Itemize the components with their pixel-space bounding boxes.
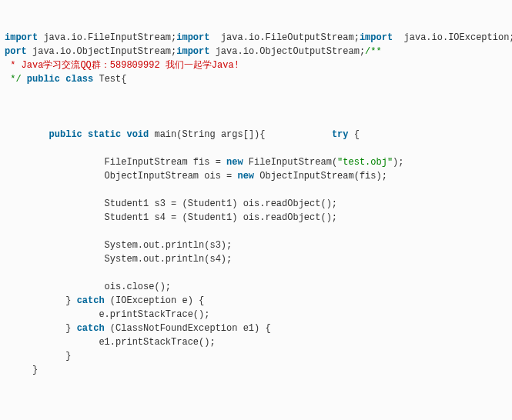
- kw-import: import: [176, 46, 209, 57]
- txt: Test{: [93, 74, 126, 85]
- code-line-3-comment: * Java学习交流QQ群：589809992 我们一起学Java!: [5, 60, 239, 71]
- code-line-15: } catch (ClassNotFoundException e1) {: [5, 323, 271, 334]
- txt: main(String args[]){: [149, 129, 332, 140]
- code-line-11: System.out.println(s4);: [5, 254, 232, 265]
- kw-new: new: [226, 157, 243, 168]
- kw-public: public: [27, 74, 60, 85]
- code-line-2: port java.io.ObjectInputStream;import ja…: [5, 46, 382, 57]
- kw-catch: catch: [77, 295, 105, 306]
- code-line-18: }: [5, 365, 38, 375]
- kw-static: static: [88, 129, 121, 140]
- txt: }: [5, 295, 77, 306]
- code-line-7: ObjectInputStream ois = new ObjectInputS…: [5, 171, 387, 182]
- kw-class: class: [65, 74, 93, 85]
- sp: [22, 74, 27, 85]
- txt: java.io.ObjectInputStream;: [27, 46, 176, 57]
- code-line-1: import java.io.FileInputStream;import ja…: [5, 32, 512, 43]
- code-line-17: }: [5, 351, 71, 362]
- code-line-6: FileInputStream fis = new FileInputStrea…: [5, 157, 404, 168]
- code-line-5: public static void main(String args[]){ …: [5, 129, 360, 140]
- string-literal: "test.obj": [337, 157, 393, 168]
- txt: {: [349, 129, 360, 140]
- txt: ObjectInputStream(fis);: [254, 171, 387, 182]
- code-line-14: e.printStackTrace();: [5, 309, 209, 320]
- txt: java.io.ObjectOutputStream;: [209, 46, 365, 57]
- code-line-9: Student1 s4 = (Student1) ois.readObject(…: [5, 212, 337, 223]
- kw-public: public: [49, 129, 82, 140]
- txt: }: [5, 323, 77, 334]
- code-line-16: e1.printStackTrace();: [5, 337, 216, 348]
- kw-port: port: [5, 46, 27, 57]
- txt: java.io.FileInputStream;: [38, 32, 176, 43]
- txt: java.io.FileOutputStream;: [209, 32, 359, 43]
- sp: [5, 129, 49, 140]
- kw-void: void: [126, 129, 149, 140]
- kw-catch: catch: [77, 323, 105, 334]
- kw-try: try: [332, 129, 349, 140]
- txt: FileInputStream fis =: [5, 157, 226, 168]
- txt: java.io.IOException;: [393, 32, 512, 43]
- txt: ObjectInputStream ois =: [5, 171, 237, 182]
- code-line-13: } catch (IOException e) {: [5, 295, 204, 306]
- kw-new: new: [237, 171, 254, 182]
- code-line-8: Student1 s3 = (Student1) ois.readObject(…: [5, 198, 337, 209]
- code-line-4: */ public class Test{: [5, 74, 126, 85]
- kw-import: import: [5, 32, 38, 43]
- txt: (ClassNotFoundException e1) {: [105, 323, 271, 334]
- doc-comment-start: /**: [365, 46, 382, 57]
- kw-import: import: [176, 32, 209, 43]
- code-line-12: ois.close();: [5, 282, 171, 292]
- code-line-10: System.out.println(s3);: [5, 240, 232, 251]
- txt: FileInputStream(: [243, 157, 337, 168]
- doc-comment-end: */: [5, 74, 22, 85]
- sp: [82, 129, 88, 140]
- txt: );: [393, 157, 403, 168]
- txt: (IOException e) {: [105, 295, 205, 306]
- kw-import: import: [360, 32, 393, 43]
